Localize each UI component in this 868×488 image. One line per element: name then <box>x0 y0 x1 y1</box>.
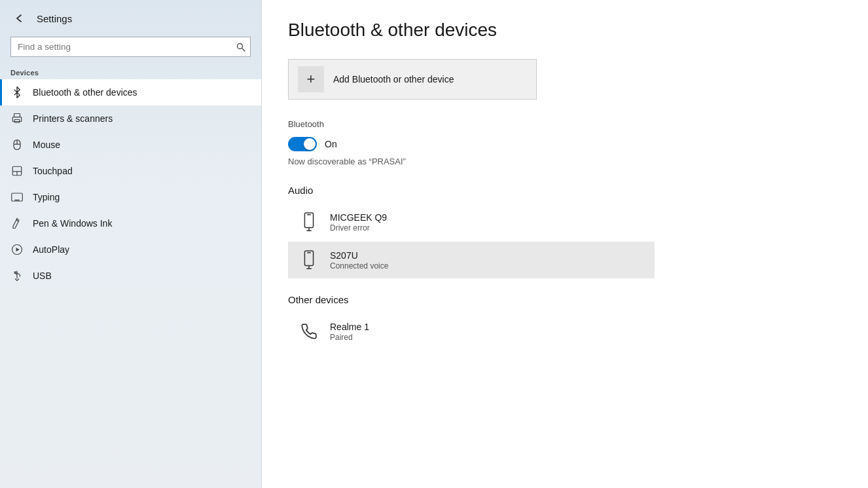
sidebar-item-pen[interactable]: Pen & Windows Ink <box>0 210 261 236</box>
sidebar-item-mouse-label: Mouse <box>33 140 60 150</box>
svg-marker-26 <box>16 248 20 252</box>
sidebar-item-usb[interactable]: USB <box>0 263 261 289</box>
back-arrow-icon <box>14 13 25 24</box>
device-name-micgeek: MICGEEK Q9 <box>330 212 644 223</box>
plus-icon: + <box>307 71 316 88</box>
device-icon-micgeek <box>298 212 319 233</box>
device-name-realme1: Realme 1 <box>330 322 644 332</box>
device-icon-s207u <box>298 250 319 271</box>
keyboard-icon <box>10 191 24 204</box>
device-info-s207u: S207U Connected voice <box>330 250 644 271</box>
autoplay-icon <box>10 243 24 256</box>
device-item-micgeek[interactable]: MICGEEK Q9 Driver error <box>288 204 655 240</box>
sidebar-item-touchpad[interactable]: Touchpad <box>0 158 261 184</box>
back-button[interactable] <box>10 9 29 28</box>
audio-section-title: Audio <box>288 185 842 196</box>
toggle-thumb <box>304 138 316 150</box>
discoverable-text: Now discoverable as “PRASAI” <box>288 157 842 166</box>
sidebar-item-touchpad-label: Touchpad <box>33 166 73 176</box>
sidebar-item-autoplay-label: AutoPlay <box>33 244 69 255</box>
device-status-micgeek: Driver error <box>330 223 644 233</box>
mouse-icon <box>10 138 24 151</box>
device-status-s207u: Connected voice <box>330 261 644 271</box>
sidebar-item-pen-label: Pen & Windows Ink <box>33 218 112 229</box>
sidebar-item-printers-label: Printers & scanners <box>33 113 113 124</box>
device-status-realme1: Paired <box>330 333 644 342</box>
search-container <box>10 37 251 57</box>
main-content: Bluetooth & other devices + Add Bluetoot… <box>262 0 868 488</box>
sidebar-header: Settings <box>0 0 261 34</box>
bluetooth-icon <box>10 86 24 99</box>
add-device-button[interactable]: + Add Bluetooth or other device <box>288 59 537 100</box>
device-icon-realme1 <box>298 321 319 342</box>
sidebar-title: Settings <box>37 13 72 24</box>
add-device-icon-box: + <box>298 66 324 92</box>
add-device-label: Add Bluetooth or other device <box>333 74 454 84</box>
device-info-micgeek: MICGEEK Q9 Driver error <box>330 212 644 233</box>
other-section-title: Other devices <box>288 294 842 305</box>
device-name-s207u: S207U <box>330 250 644 261</box>
bluetooth-toggle-label: On <box>325 139 337 149</box>
printer-icon <box>10 112 24 125</box>
device-info-realme1: Realme 1 Paired <box>330 322 644 342</box>
usb-icon <box>10 269 24 282</box>
sidebar-item-autoplay[interactable]: AutoPlay <box>0 236 261 263</box>
devices-section-label: Devices <box>0 64 261 79</box>
sidebar-item-bluetooth-label: Bluetooth & other devices <box>33 87 137 98</box>
sidebar: Settings Devices Bluetooth & other devic… <box>0 0 262 488</box>
pen-icon <box>10 217 24 230</box>
device-item-s207u[interactable]: S207U Connected voice <box>288 242 655 278</box>
sidebar-item-typing-label: Typing <box>33 192 60 202</box>
bluetooth-section-label: Bluetooth <box>288 119 842 129</box>
page-title: Bluetooth & other devices <box>288 20 842 41</box>
device-item-realme1[interactable]: Realme 1 Paired <box>288 313 655 350</box>
sidebar-item-typing[interactable]: Typing <box>0 184 261 210</box>
svg-rect-2 <box>14 114 20 117</box>
svg-rect-4 <box>14 120 20 123</box>
touchpad-icon <box>10 164 24 178</box>
sidebar-item-usb-label: USB <box>33 271 52 281</box>
sidebar-item-printers[interactable]: Printers & scanners <box>0 105 261 132</box>
sidebar-item-mouse[interactable]: Mouse <box>0 132 261 158</box>
sidebar-item-bluetooth[interactable]: Bluetooth & other devices <box>0 79 261 105</box>
bluetooth-toggle[interactable] <box>288 137 317 151</box>
svg-line-28 <box>17 273 20 275</box>
bluetooth-toggle-row: On <box>288 137 842 151</box>
search-input[interactable] <box>10 37 251 57</box>
